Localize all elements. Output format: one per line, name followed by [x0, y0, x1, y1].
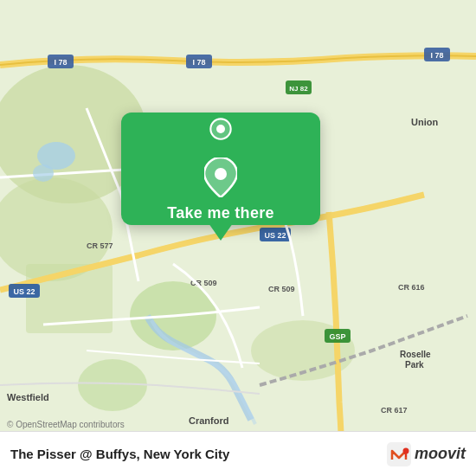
map-container: I 78 I 78 I 78 NJ 82 US 22 US 22 CR 577 … [0, 0, 476, 476]
location-pin-icon [203, 116, 238, 151]
svg-text:GSP: GSP [329, 332, 345, 341]
svg-text:CR 509: CR 509 [268, 285, 295, 293]
svg-text:NJ 82: NJ 82 [289, 85, 308, 93]
svg-rect-36 [387, 442, 411, 466]
map-background: I 78 I 78 I 78 NJ 82 US 22 US 22 CR 577 … [0, 0, 476, 476]
svg-point-27 [33, 164, 54, 182]
take-me-there-button[interactable]: Take me there [167, 204, 274, 222]
svg-point-37 [402, 447, 408, 453]
svg-text:CR 577: CR 577 [87, 241, 113, 250]
pin-shape [204, 158, 237, 197]
svg-text:I 78: I 78 [192, 58, 205, 67]
location-name: The Pisser @ Buffys, New York City [10, 447, 387, 461]
svg-text:Union: Union [411, 117, 438, 127]
svg-text:US 22: US 22 [264, 231, 286, 240]
svg-point-6 [78, 359, 147, 411]
location-card: Take me there [121, 113, 320, 225]
svg-text:CR 616: CR 616 [398, 283, 425, 292]
svg-text:US 22: US 22 [13, 287, 35, 296]
moovit-brand-text: moovit [415, 445, 466, 463]
svg-text:I 78: I 78 [430, 51, 443, 60]
svg-text:Westfield: Westfield [7, 392, 49, 402]
svg-text:Cranford: Cranford [189, 415, 228, 426]
svg-text:Roselle: Roselle [400, 350, 431, 359]
svg-text:I 78: I 78 [54, 58, 67, 67]
svg-text:CR 617: CR 617 [381, 406, 408, 415]
svg-text:Park: Park [405, 360, 424, 370]
moovit-logo: moovit [387, 442, 466, 466]
moovit-icon [387, 442, 411, 466]
svg-point-35 [215, 168, 227, 180]
bottom-bar: The Pisser @ Buffys, New York City moovi… [0, 431, 476, 476]
map-attribution: © OpenStreetMap contributors [7, 420, 125, 429]
